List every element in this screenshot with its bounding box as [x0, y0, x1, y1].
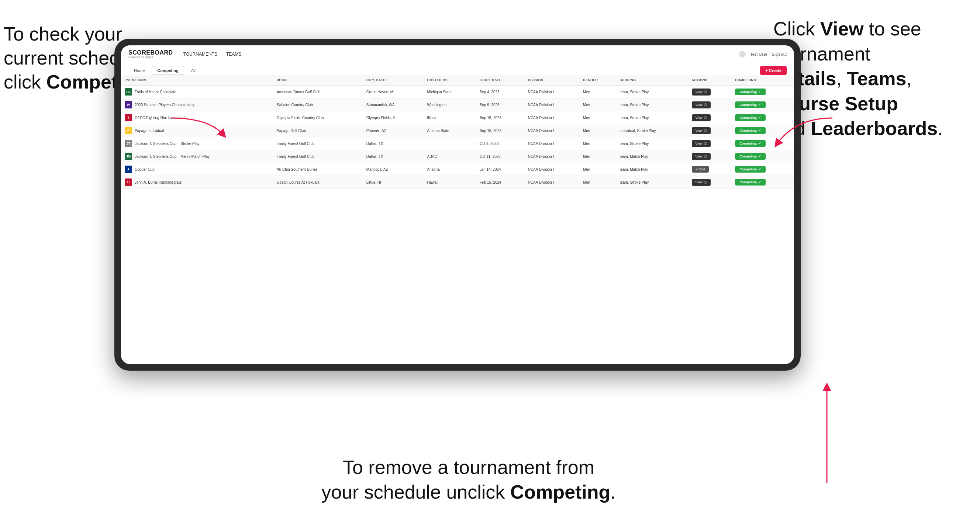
competing-cell: Competing	[731, 85, 794, 98]
scoreboard-logo: SCOREBOARD Powered by clipp'd	[129, 50, 173, 59]
tab-competing[interactable]: Competing	[152, 66, 184, 75]
col-start-date: START DATE	[476, 75, 524, 85]
city-state-cell: Lihue, HI	[363, 176, 423, 189]
tournaments-table: EVENT NAME VENUE CITY, STATE HOSTED BY S…	[121, 75, 794, 189]
event-name-cell: P Papago Individual	[121, 124, 273, 137]
view-button[interactable]: View ⓘ	[692, 179, 711, 186]
start-date-cell: Oct 11, 2023	[476, 150, 524, 163]
header-right: Test User Sign out	[739, 51, 787, 57]
event-name: Folds of Honor Collegiate	[135, 90, 177, 94]
competing-button[interactable]: Competing	[735, 114, 765, 121]
competing-button[interactable]: Competing	[735, 153, 765, 160]
arrow-bottom	[819, 383, 834, 486]
view-button[interactable]: View ⓘ	[692, 114, 711, 121]
event-name-cell: A Copper Cup	[121, 163, 273, 176]
view-button[interactable]: View ⓘ	[692, 127, 711, 134]
event-name: Jackson T. Stephens Cup – Stroke Play	[135, 141, 199, 146]
user-label: Test User	[750, 52, 767, 56]
actions-cell: View ⓘ	[688, 98, 732, 111]
tabs-left: Home Competing All	[129, 66, 201, 75]
col-hosted-by: HOSTED BY	[423, 75, 476, 85]
edit-button[interactable]: ✏ Edit	[692, 166, 709, 173]
tab-home[interactable]: Home	[129, 66, 150, 75]
competing-cell: Competing	[731, 150, 794, 163]
hosted-by-cell: Arizona State	[423, 124, 476, 137]
actions-cell: View ⓘ	[688, 111, 732, 124]
scoring-cell: team, Stroke Play	[616, 176, 688, 189]
scoring-cell: team, Stroke Play	[616, 111, 688, 124]
hosted-by-cell: Hawaii	[423, 176, 476, 189]
division-cell: NCAA Division I	[524, 176, 579, 189]
col-gender: GENDER	[579, 75, 616, 85]
start-date-cell: Sep 9, 2023	[476, 98, 524, 111]
city-state-cell: Dallas, TX	[363, 150, 423, 163]
gender-cell: Men	[579, 163, 616, 176]
city-state-cell: Phoenix, AZ	[363, 124, 423, 137]
team-logo: P	[125, 127, 132, 134]
scoring-cell: team, Match Play	[616, 150, 688, 163]
competing-button[interactable]: Competing	[735, 89, 765, 95]
actions-cell: View ⓘ	[688, 85, 732, 98]
event-name-cell: JT Jackson T. Stephens Cup – Stroke Play	[121, 137, 273, 150]
competing-button[interactable]: Competing	[735, 127, 765, 134]
hosted-by-cell: Michigan State	[423, 85, 476, 98]
event-name: Copper Cup	[135, 167, 154, 171]
annotation-bottom: To remove a tournament fromyour schedule…	[302, 455, 635, 505]
competing-button[interactable]: Competing	[735, 179, 765, 186]
table-header-row: EVENT NAME VENUE CITY, STATE HOSTED BY S…	[121, 75, 794, 85]
col-division: DIVISION	[524, 75, 579, 85]
col-scoring: SCORING	[616, 75, 688, 85]
city-state-cell: Dallas, TX	[363, 137, 423, 150]
venue-cell: Sahalee Country Club	[273, 98, 363, 111]
event-name-cell: JM Jackson T. Stephens Cup – Men's Match…	[121, 150, 273, 163]
table-row: H John A. Burns Intercollegiate Ocean Co…	[121, 176, 794, 189]
hosted-by-cell: ABAC	[423, 150, 476, 163]
nav-links: TOURNAMENTS TEAMS	[183, 52, 242, 57]
view-button[interactable]: View ⓘ	[692, 153, 711, 160]
competing-button[interactable]: Competing	[735, 140, 765, 147]
view-button[interactable]: View ⓘ	[692, 89, 711, 95]
actions-cell: View ⓘ	[688, 137, 732, 150]
event-name-cell: W 2023 Sahalee Players Championship	[121, 98, 273, 111]
venue-cell: Ak-Chin Southern Dunes	[273, 163, 363, 176]
competing-cell: Competing	[731, 176, 794, 189]
start-date-cell: Sep 15, 2023	[476, 111, 524, 124]
tabs-bar: Home Competing All + Create	[121, 63, 794, 75]
table-row: A Copper Cup Ak-Chin Southern DunesMaric…	[121, 163, 794, 176]
nav-tournaments[interactable]: TOURNAMENTS	[183, 52, 217, 57]
col-competing: COMPETING	[731, 75, 794, 85]
gender-cell: Men	[579, 124, 616, 137]
annotation-line1: To check your	[4, 23, 122, 44]
venue-cell: Trinity Forest Golf Club	[273, 150, 363, 163]
tab-all[interactable]: All	[186, 66, 201, 75]
col-event-name: EVENT NAME	[121, 75, 273, 85]
competing-cell: Competing	[731, 163, 794, 176]
logo-sub: Powered by clipp'd	[129, 56, 173, 59]
competing-button[interactable]: Competing	[735, 166, 765, 173]
competing-button[interactable]: Competing	[735, 102, 765, 108]
scoring-cell: team, Stroke Play	[616, 85, 688, 98]
division-cell: NCAA Division I	[524, 98, 579, 111]
view-button[interactable]: View ⓘ	[692, 140, 711, 147]
annotation-line3: click	[4, 71, 46, 92]
create-button[interactable]: + Create	[760, 66, 787, 75]
col-actions: ACTIONS	[688, 75, 732, 85]
col-venue: VENUE	[273, 75, 363, 85]
event-name-cell: H John A. Burns Intercollegiate	[121, 176, 273, 189]
event-name: John A. Burns Intercollegiate	[135, 180, 181, 184]
hosted-by-cell: Illinois	[423, 111, 476, 124]
scoring-cell: individual, Stroke Play	[616, 124, 688, 137]
actions-cell: ✏ Edit	[688, 163, 732, 176]
view-button[interactable]: View ⓘ	[692, 102, 711, 108]
table-row: P Papago Individual Papago Golf ClubPhoe…	[121, 124, 794, 137]
nav-teams[interactable]: TEAMS	[226, 52, 241, 57]
start-date-cell: Sep 18, 2023	[476, 124, 524, 137]
gender-cell: Men	[579, 150, 616, 163]
event-name: Papago Individual	[135, 129, 164, 133]
event-name-cell: I OFCC Fighting Illini Invitational	[121, 111, 273, 124]
scoring-cell: team, Match Play	[616, 163, 688, 176]
city-state-cell: Sammamish, WA	[363, 98, 423, 111]
sign-out-link[interactable]: Sign out	[772, 52, 787, 56]
gender-cell: Men	[579, 85, 616, 98]
event-name: 2023 Sahalee Players Championship	[135, 103, 196, 107]
